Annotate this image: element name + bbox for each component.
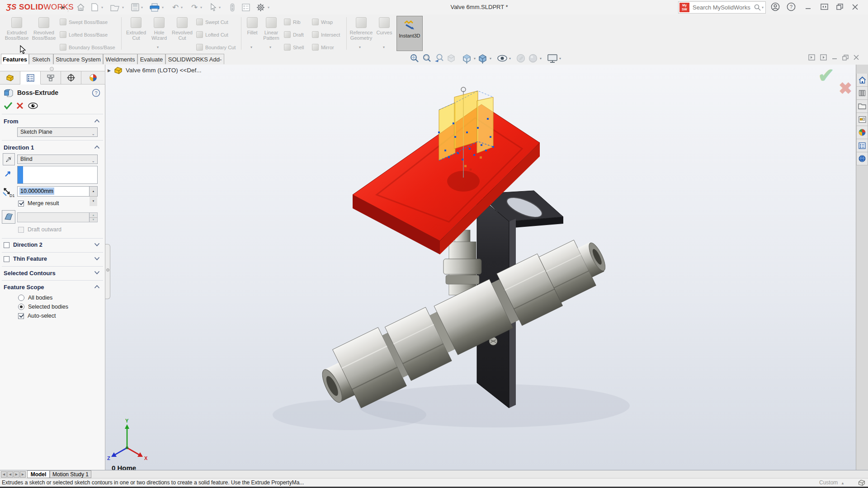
ribbon-linear-pattern-button[interactable]: Linear Pattern <box>261 17 282 41</box>
search-box[interactable]: MySW ▾ <box>678 1 766 14</box>
logo-flyout-arrow[interactable]: ▶ <box>58 2 69 13</box>
display-style-caret[interactable]: ▾ <box>490 56 491 61</box>
feature-scope-section-header[interactable]: Feature Scope <box>4 284 44 291</box>
tab-features[interactable]: Features <box>1 54 29 64</box>
select-caret[interactable]: ▾ <box>219 5 221 9</box>
tab-structure-system[interactable]: Structure System <box>53 54 103 64</box>
graphics-viewport[interactable]: ▶ Valve 6mm (LOTO) <<Def... <box>105 65 856 470</box>
restore-button[interactable] <box>833 0 846 14</box>
direction2-checkbox[interactable] <box>4 242 9 248</box>
selected-bodies-radio[interactable] <box>18 304 24 310</box>
new-document-button[interactable] <box>89 2 100 13</box>
redo-caret[interactable]: ▾ <box>200 5 202 9</box>
print-caret[interactable]: ▾ <box>162 5 164 9</box>
touch-mode-button[interactable] <box>227 2 238 13</box>
open-button[interactable] <box>109 2 120 13</box>
from-collapse-chevron[interactable] <box>94 119 100 125</box>
configuration-manager-tab[interactable] <box>41 71 61 84</box>
ribbon-draft-button[interactable]: Draft <box>284 31 304 38</box>
apply-scene-caret[interactable]: ▾ <box>540 56 542 61</box>
pm-help-icon[interactable]: ? <box>92 89 100 97</box>
view-orientation-caret[interactable]: ▾ <box>474 56 476 61</box>
zoom-to-area-icon[interactable] <box>420 53 433 64</box>
hide-show-items-caret[interactable]: ▾ <box>509 56 511 61</box>
reference-geometry-caret[interactable]: ▾ <box>359 45 361 49</box>
new-document-caret[interactable]: ▾ <box>101 5 103 9</box>
save-button[interactable] <box>130 2 141 13</box>
ribbon-reference-geometry-button[interactable]: Reference Geometry <box>348 17 374 41</box>
home-button[interactable] <box>75 2 86 13</box>
dimxpert-manager-tab[interactable] <box>61 71 81 84</box>
open-caret[interactable]: ▾ <box>122 5 124 9</box>
auto-select-row[interactable]: Auto-select <box>18 313 56 319</box>
taskpane-custom-properties-tab[interactable] <box>856 139 868 152</box>
reverse-direction-button[interactable] <box>3 153 15 165</box>
ribbon-curves-button[interactable]: Curves <box>374 17 394 35</box>
doc-minimize-icon[interactable] <box>832 55 837 60</box>
undo-caret[interactable]: ▾ <box>181 5 183 9</box>
spinner-up-icon[interactable]: ▲ <box>90 187 97 197</box>
hole-wizard-caret[interactable]: ▾ <box>157 45 159 49</box>
from-dropdown[interactable]: Sketch Plane⌄ <box>17 127 98 137</box>
auto-select-checkbox[interactable] <box>18 313 24 319</box>
ribbon-revolved-boss-button[interactable]: Revolved Boss/Base <box>30 17 58 41</box>
direction1-collapse-chevron[interactable] <box>94 145 100 151</box>
display-style-icon[interactable] <box>476 53 489 64</box>
thin-feature-checkbox[interactable] <box>4 256 9 262</box>
help-icon[interactable]: ? <box>784 0 798 14</box>
ribbon-boundary-cut-button[interactable]: Boundary Cut <box>196 44 236 51</box>
close-button[interactable] <box>848 0 862 14</box>
taskpane-home-tab[interactable] <box>856 74 868 87</box>
ribbon-extruded-cut-button[interactable]: Extruded Cut <box>123 17 149 41</box>
3d-model[interactable]: Y X Z <box>105 65 856 470</box>
thin-feature-expand-chevron[interactable] <box>94 257 100 263</box>
redo-button[interactable]: ↷ <box>189 2 200 13</box>
options-gear-button[interactable] <box>255 2 266 13</box>
search-icon[interactable] <box>754 4 761 11</box>
ribbon-revolved-cut-button[interactable]: Revolved Cut <box>170 17 194 41</box>
ribbon-instant3d-button[interactable]: Instant3D <box>396 16 423 51</box>
thin-feature-section-header[interactable]: Thin Feature <box>4 256 47 262</box>
feature-scope-collapse-chevron[interactable] <box>94 285 100 291</box>
prev-tab-button[interactable]: ◀ <box>7 471 13 478</box>
search-caret[interactable]: ▾ <box>762 5 764 9</box>
select-button[interactable] <box>208 2 219 13</box>
pm-preview-eye-button[interactable] <box>28 103 38 109</box>
panel-vertical-splitter[interactable] <box>105 244 110 299</box>
taskpane-file-explorer-tab[interactable] <box>856 100 868 113</box>
confirmation-corner-cancel[interactable]: ✖ <box>839 79 852 98</box>
depth-spinner[interactable]: ▲▼ <box>89 187 97 196</box>
status-custom-label[interactable]: Custom ▲ <box>819 479 844 486</box>
ribbon-hole-wizard-button[interactable]: Hole Wizard <box>147 17 171 41</box>
ribbon-rib-button[interactable]: Rib <box>284 19 301 25</box>
pane-right-icon[interactable] <box>820 54 827 61</box>
edit-appearance-icon[interactable] <box>514 53 527 64</box>
account-icon[interactable] <box>769 0 782 14</box>
depth-input[interactable]: 10.00000mm ▲▼ <box>17 186 98 197</box>
pm-ok-button[interactable] <box>4 102 13 110</box>
undo-button[interactable]: ↶ <box>170 2 181 13</box>
pane-left-icon[interactable] <box>808 54 815 61</box>
direction1-section-header[interactable]: Direction 1 <box>4 144 34 151</box>
spinner-down-icon[interactable]: ▼ <box>90 197 97 206</box>
search-input[interactable] <box>692 4 753 11</box>
apply-scene-icon[interactable] <box>527 53 539 64</box>
panel-splitter-grip[interactable] <box>50 67 54 71</box>
ribbon-boundary-boss-button[interactable]: Boundary Boss/Base <box>60 44 115 51</box>
ribbon-mirror-button[interactable]: Mirror <box>312 44 334 51</box>
ribbon-lofted-cut-button[interactable]: Lofted Cut <box>196 31 228 38</box>
taskpane-forum-tab[interactable] <box>856 152 868 165</box>
tab-sketch[interactable]: Sketch <box>29 54 53 64</box>
selected-contours-section-header[interactable]: Selected Contours <box>4 270 56 277</box>
span-displays-button[interactable] <box>817 0 831 14</box>
taskpane-appearances-tab[interactable] <box>856 126 868 139</box>
print-button[interactable] <box>149 2 160 13</box>
first-tab-button[interactable]: ◀ <box>1 471 7 478</box>
ribbon-swept-cut-button[interactable]: Swept Cut <box>196 19 228 25</box>
ribbon-intersect-button[interactable]: Intersect <box>312 31 340 38</box>
taskpane-view-palette-tab[interactable] <box>856 113 868 126</box>
direction2-expand-chevron[interactable] <box>94 243 100 249</box>
zoom-to-fit-icon[interactable] <box>408 53 420 64</box>
direction-reference-listbox[interactable] <box>17 166 98 184</box>
merge-result-checkbox[interactable] <box>18 201 24 206</box>
